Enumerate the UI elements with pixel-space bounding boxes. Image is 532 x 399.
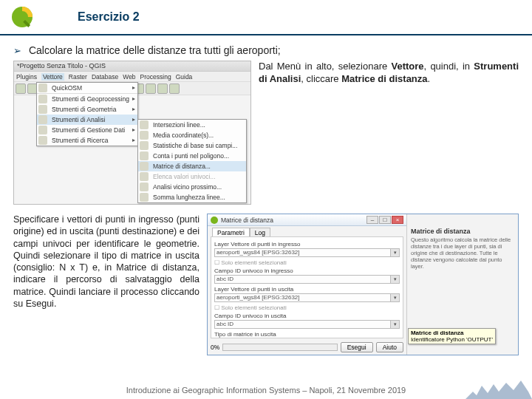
menu-icon [140, 141, 149, 150]
menu-item[interactable]: QuickOSM▸ [37, 83, 137, 93]
menu-item-strumenti-analisi[interactable]: Strumenti di Analisi▸ [37, 115, 137, 125]
qgis-window-title: *Progetto Senza Titolo - QGIS [14, 61, 250, 72]
menu-item[interactable]: Intersezioni linee... [138, 120, 246, 130]
menu-item[interactable]: Somma lunghezza linee... [138, 192, 246, 202]
menu-item[interactable]: Analisi vicino prossimo... [138, 182, 246, 192]
menu-item[interactable]: Conta i punti nel poligono... [138, 151, 246, 161]
toolbar-icon [169, 83, 180, 94]
vettore-submenu: QuickOSM▸ Strumenti di Geoprocessing▸ St… [36, 82, 138, 146]
input-layer-uscita[interactable]: aeroporti_wgs84 [EPSG:32632]▾ [214, 293, 400, 302]
dialog-titlebar: Matrice di distanza – □ × [208, 214, 406, 226]
output-tooltip: Matrice di distanza Identificatore Pytho… [408, 328, 496, 344]
maximize-icon[interactable]: □ [379, 216, 391, 224]
progress-percent: 0% [211, 344, 219, 351]
menu-icon [140, 151, 149, 160]
menu-icon [140, 131, 149, 140]
instruction-text-1: Dal Menù in alto, selezionare Vettore, q… [259, 61, 519, 205]
slide-header: Esercizio 2 [0, 0, 532, 35]
dialog-help-text: Questo algoritmo calcola la matrice dell… [411, 236, 514, 270]
menubar-vettore[interactable]: Vettore [41, 73, 64, 81]
progress-bar [222, 344, 337, 351]
slide-footer: Introduzione ai Geographic Information S… [0, 386, 532, 395]
toolbar-icon [157, 83, 168, 94]
qgis-logo-icon [7, 2, 37, 32]
field-label: Tipo di matrice in uscita [214, 331, 400, 338]
input-campo-id-uscita[interactable]: abc ID▾ [214, 320, 400, 329]
menu-icon [140, 172, 149, 181]
analisi-submenu: Intersezioni linee... Media coordinate(s… [137, 119, 247, 203]
menu-item[interactable]: Statistiche di base sui campi... [138, 140, 246, 151]
minimize-icon[interactable]: – [366, 216, 378, 224]
slide-title: Esercizio 2 [78, 10, 140, 24]
menu-icon [140, 183, 149, 191]
menu-icon [38, 126, 47, 134]
bullet-icon: ➢ [13, 45, 21, 56]
instruction-text-2: Specificare i vettori di punti in ingres… [13, 214, 200, 355]
castle-silhouette-icon [466, 369, 532, 399]
exercise-bullet: ➢ Calcolare la matrice delle distanze tr… [13, 44, 519, 56]
menu-icon [38, 83, 47, 92]
toolbar-icon [16, 83, 26, 94]
field-label: Campo ID univoco in uscita [214, 313, 400, 319]
menu-icon [140, 120, 149, 129]
field-label: Layer Vettore di punti in ingresso [214, 241, 400, 248]
dropdown-icon[interactable]: ▾ [390, 276, 399, 283]
matrice-distanza-dialog: Matrice di distanza – □ × Parametri Log … [207, 214, 519, 355]
menu-item[interactable]: Media coordinate(s)... [138, 130, 246, 140]
menu-item[interactable]: Strumenti di Ricerca▸ [37, 135, 137, 146]
dropdown-icon[interactable]: ▾ [390, 294, 399, 301]
menu-icon [140, 193, 149, 202]
menu-icon [38, 95, 47, 103]
checkbox-solo-selezionati-2[interactable]: ☐ Solo elementi selezionati [214, 304, 400, 311]
menu-item[interactable]: Elenca valori univoci... [138, 171, 246, 182]
field-label: Layer Vettore di punti in uscita [214, 286, 400, 293]
checkbox-solo-selezionati[interactable]: ☐ Solo elementi selezionati [214, 259, 400, 266]
menu-icon [140, 162, 149, 171]
dropdown-icon[interactable]: ▾ [390, 249, 399, 256]
input-layer-ingresso[interactable]: aeroporti_wgs84 [EPSG:32632]▾ [214, 248, 400, 257]
qgis-menubar: Plugins Vettore Raster Database Web Proc… [14, 72, 250, 82]
dialog-help-title: Matrice di distanza [411, 228, 514, 235]
menu-icon [38, 115, 47, 124]
menu-item[interactable]: Strumenti di Gestione Dati▸ [37, 125, 137, 135]
field-label: Campo ID univoco in ingresso [214, 267, 400, 274]
menu-item-matrice-distanza[interactable]: Matrice di distanza... [138, 161, 246, 171]
toolbar-icon [146, 83, 156, 94]
qgis-small-icon [211, 216, 218, 224]
input-campo-id-ingresso[interactable]: abc ID▾ [214, 275, 400, 284]
menu-icon [38, 136, 47, 145]
dropdown-icon[interactable]: ▾ [390, 321, 399, 328]
menu-item[interactable]: Strumenti di Geometria▸ [37, 104, 137, 115]
menu-item[interactable]: Strumenti di Geoprocessing▸ [37, 93, 137, 104]
run-button[interactable]: Esegui [341, 342, 373, 352]
qgis-menu-screenshot: *Progetto Senza Titolo - QGIS Plugins Ve… [13, 61, 251, 205]
help-button[interactable]: Aiuto [376, 342, 403, 352]
menu-icon [38, 105, 47, 114]
close-icon[interactable]: × [392, 216, 403, 224]
